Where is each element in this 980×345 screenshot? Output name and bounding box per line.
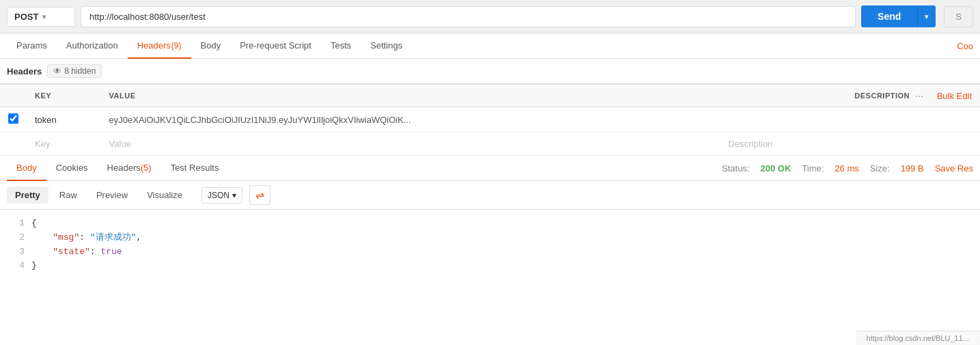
row-value-placeholder[interactable]: Value — [101, 133, 720, 156]
wrap-button[interactable]: ⇌ — [249, 185, 270, 205]
response-status: Status: 200 OK Time: 26 ms Size: 199 B S… — [722, 163, 973, 174]
headers-table: KEY VALUE DESCRIPTION ··· Bulk Edit toke… — [0, 84, 980, 156]
format-select[interactable]: JSON ▾ — [201, 187, 242, 204]
send-dropdown-button[interactable]: ▾ — [917, 5, 936, 27]
row-key-placeholder[interactable]: Key — [27, 133, 101, 156]
row-desc-placeholder[interactable]: Description — [720, 133, 980, 156]
row-checkbox-cell[interactable] — [0, 107, 27, 133]
cookies-link[interactable]: Coo — [957, 41, 973, 51]
table-row: token eyJ0eXAiOiJKV1QiLCJhbGciOiJIUzI1Ni… — [0, 107, 980, 133]
resp-tab-cookies[interactable]: Cookies — [46, 156, 98, 181]
save-button[interactable]: S — [944, 6, 973, 27]
size-label: Size: — [870, 163, 890, 174]
row-description — [720, 107, 980, 133]
row-value: eyJ0eXAiOiJKV1QiLCJhbGciOiJIUzI1NiJ9.eyJ… — [101, 107, 720, 133]
col-checkbox — [0, 85, 27, 107]
line-num: 1 — [11, 217, 25, 231]
save-response-button[interactable]: Save Res — [935, 163, 973, 174]
resp-tab-headers[interactable]: Headers(5) — [98, 156, 161, 181]
body-tab-preview[interactable]: Preview — [88, 187, 136, 204]
method-label: POST — [14, 12, 38, 22]
resp-headers-badge: (5) — [141, 163, 152, 173]
tab-settings[interactable]: Settings — [361, 33, 412, 59]
tab-pre-request[interactable]: Pre-request Script — [230, 33, 321, 59]
status-value: 200 OK — [760, 163, 791, 174]
resp-tab-body[interactable]: Body — [7, 156, 46, 181]
col-description: DESCRIPTION ··· Bulk Edit — [720, 85, 980, 107]
table-row-placeholder: Key Value Description — [0, 133, 980, 156]
hidden-badge[interactable]: 👁 8 hidden — [47, 64, 102, 78]
line-code: "msg": "请求成功", — [31, 231, 141, 245]
time-value: 26 ms — [835, 163, 858, 174]
line-code: "state": true — [31, 245, 122, 260]
row-key: token — [27, 107, 101, 133]
body-tab-pretty[interactable]: Pretty — [7, 187, 48, 204]
code-line-2: 2 "msg": "请求成功", — [11, 231, 969, 245]
code-area: 1 { 2 "msg": "请求成功", 3 "state": true 4 } — [0, 210, 980, 280]
size-value: 199 B — [901, 163, 924, 174]
format-chevron-icon: ▾ — [232, 191, 236, 200]
top-bar: POST ▾ Send ▾ S — [0, 0, 980, 33]
code-line-4: 4 } — [11, 259, 969, 273]
col-key: KEY — [27, 85, 101, 107]
url-input[interactable] — [81, 6, 856, 27]
row-checkbox[interactable] — [8, 113, 18, 124]
tab-params[interactable]: Params — [7, 33, 57, 59]
method-select[interactable]: POST ▾ — [7, 7, 75, 27]
line-code: } — [31, 259, 37, 273]
bulk-edit-button[interactable]: Bulk Edit — [937, 91, 972, 101]
method-chevron-icon: ▾ — [42, 13, 46, 20]
tab-body[interactable]: Body — [191, 33, 231, 59]
tab-tests[interactable]: Tests — [321, 33, 361, 59]
eye-icon: 👁 — [53, 66, 61, 76]
send-btn-group: Send ▾ — [861, 5, 936, 27]
headers-section: Headers 👁 8 hidden — [0, 59, 980, 84]
time-label: Time: — [802, 163, 824, 174]
response-tabs-bar: Body Cookies Headers(5) Test Results Sta… — [0, 156, 980, 181]
headers-label: Headers — [7, 66, 42, 77]
headers-badge: (9) — [171, 41, 182, 51]
resp-tab-test-results[interactable]: Test Results — [161, 156, 229, 181]
request-tabs: Params Authorization Headers(9) Body Pre… — [0, 33, 980, 59]
more-button[interactable]: ··· — [915, 90, 923, 101]
format-label: JSON — [208, 191, 229, 200]
line-num: 4 — [11, 259, 25, 273]
code-line-3: 3 "state": true — [11, 245, 969, 260]
tab-authorization[interactable]: Authorization — [57, 33, 128, 59]
body-tab-raw[interactable]: Raw — [51, 187, 85, 204]
col-value: VALUE — [101, 85, 720, 107]
body-tab-visualize[interactable]: Visualize — [139, 187, 191, 204]
line-num: 2 — [11, 231, 25, 245]
line-code: { — [31, 217, 37, 231]
code-line-1: 1 { — [11, 217, 969, 231]
hidden-count: 8 hidden — [64, 66, 96, 76]
tab-headers[interactable]: Headers(9) — [128, 33, 191, 59]
body-tabs-bar: Pretty Raw Preview Visualize JSON ▾ ⇌ — [0, 181, 980, 210]
status-label-text: Status: — [722, 163, 749, 174]
line-num: 3 — [11, 245, 25, 260]
send-button[interactable]: Send — [861, 5, 917, 27]
